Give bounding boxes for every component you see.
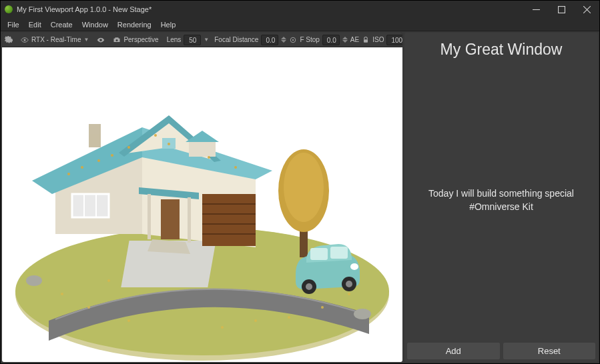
svg-rect-31 [89,124,101,147]
svg-point-43 [284,153,324,222]
minimize-icon [533,6,540,13]
menubar: File Edit Create Window Rendering Help [1,18,599,31]
right-panel: My Great Window Today I will build somet… [404,33,598,362]
menu-window[interactable]: Window [78,19,112,30]
svg-rect-16 [161,199,180,239]
menu-help[interactable]: Help [157,19,180,30]
svg-rect-0 [558,6,565,13]
lock-icon[interactable] [362,35,370,45]
svg-point-61 [354,309,371,319]
panel-message: Today I will build something special #Om… [428,187,574,214]
minimize-button[interactable] [523,1,549,18]
svg-point-34 [97,159,100,162]
eye-icon[interactable] [97,35,105,45]
svg-point-52 [87,306,90,309]
svg-point-39 [111,154,113,157]
maximize-button[interactable] [549,1,574,18]
viewport-toolbar: RTX - Real-Time ▼ Perspective Lens 50 mm… [2,33,402,47]
svg-point-47 [306,283,312,290]
svg-point-1 [24,39,26,41]
svg-rect-21 [72,194,109,217]
svg-point-33 [81,166,83,169]
svg-point-32 [67,173,70,175]
ae-label: AE [350,36,359,43]
svg-point-38 [234,166,237,169]
fstop-stepper[interactable] [342,35,348,45]
svg-point-51 [61,293,63,295]
svg-point-56 [321,306,324,309]
chevron-down-icon[interactable]: ▼ [204,37,209,43]
eye-outline-icon[interactable] [21,35,29,45]
panel-buttons: Add Reset [407,341,595,359]
svg-point-54 [254,319,257,322]
chevron-down-icon[interactable]: ▼ [83,37,89,43]
scene-render [9,54,396,362]
panel-title: My Great Window [440,41,563,59]
svg-point-50 [350,263,358,270]
svg-rect-45 [330,247,348,259]
svg-point-53 [127,319,130,322]
window-title: My First Viewport App 1.0.0 - New Stage* [17,5,152,13]
svg-point-49 [346,281,352,287]
svg-rect-5 [364,39,368,43]
lens-field[interactable]: 50 mm [184,35,201,45]
svg-rect-18 [147,194,151,239]
gear-icon[interactable] [5,35,13,45]
maximize-icon [558,6,565,13]
svg-rect-11 [202,194,256,246]
close-button[interactable] [574,1,599,18]
svg-point-36 [168,143,170,145]
panel-body: Today I will build something special #Om… [407,59,595,341]
svg-point-40 [154,134,157,137]
fstop-field[interactable]: 0.0 [322,35,340,45]
iso-label: ISO [372,36,384,43]
iso-field[interactable]: 100.0 [386,35,402,45]
focal-distance-stepper[interactable] [281,35,286,45]
svg-rect-19 [188,197,191,243]
panel-message-line2: #Omniverse Kit [469,201,533,212]
svg-rect-28 [189,141,216,157]
app-window: My First Viewport App 1.0.0 - New Stage*… [0,0,600,364]
svg-point-59 [221,326,224,329]
camera-icon[interactable] [113,35,121,45]
svg-point-55 [288,316,290,319]
svg-point-60 [26,275,42,286]
panel-message-line1: Today I will build something special [428,188,574,199]
close-icon [583,6,591,13]
menu-file[interactable]: File [3,19,23,30]
titlebar: My First Viewport App 1.0.0 - New Stage* [1,1,599,18]
svg-point-57 [348,293,350,295]
svg-point-35 [127,146,130,149]
viewport-panel: RTX - Real-Time ▼ Perspective Lens 50 mm… [2,33,402,362]
menu-edit[interactable]: Edit [25,19,45,30]
target-icon[interactable] [289,35,297,45]
camera-label[interactable]: Perspective [123,36,158,43]
reset-button[interactable]: Reset [503,343,596,359]
svg-point-4 [292,39,294,40]
focal-distance-label: Focal Distance [214,36,258,43]
main-area: RTX - Real-Time ▼ Perspective Lens 50 mm… [1,31,599,363]
svg-point-2 [116,39,118,41]
svg-point-37 [208,156,210,159]
add-button[interactable]: Add [407,343,500,359]
app-logo-icon [5,5,13,13]
viewport[interactable] [2,47,402,362]
lens-label: Lens [167,36,182,43]
fstop-label: F Stop [300,36,319,43]
svg-rect-44 [310,248,328,260]
focal-distance-field[interactable]: 0.0 [261,35,278,45]
render-mode-label[interactable]: RTX - Real-Time [31,36,81,43]
menu-rendering[interactable]: Rendering [113,19,156,30]
svg-point-58 [107,279,110,282]
menu-create[interactable]: Create [47,19,77,30]
